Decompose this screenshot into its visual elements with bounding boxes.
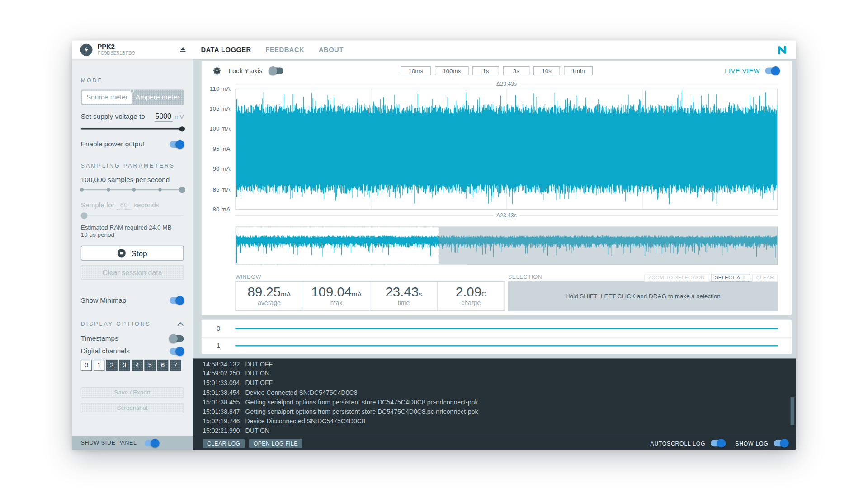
nordic-logo-icon [776, 43, 789, 56]
device-name: PPK2 [98, 43, 135, 50]
timestamps-row: Timestamps [81, 335, 184, 343]
device-serial: FC9D3E51BFD9 [98, 51, 135, 56]
stat-average: 89.25mA average [236, 282, 303, 310]
display-options-heading: DISPLAY OPTIONS [81, 321, 151, 327]
channel-5-button[interactable]: 5 [145, 360, 156, 371]
device-selector[interactable]: PPK2 FC9D3E51BFD9 [72, 43, 193, 56]
time-button-1min[interactable]: 1min [564, 66, 592, 75]
channel-6-button[interactable]: 6 [157, 360, 168, 371]
time-button-100ms[interactable]: 100ms [435, 66, 469, 75]
period-note: 10 us period [81, 231, 184, 239]
zoom-to-selection-button[interactable]: ZOOM TO SELECTION [644, 274, 708, 282]
mode-option-source-meter[interactable]: Source meter [82, 91, 132, 104]
minimap[interactable] [235, 226, 778, 265]
tab-data-logger[interactable]: DATA LOGGER [201, 46, 251, 53]
body: MODE Source meter Ampere meter Set suppl… [72, 59, 796, 436]
select-all-button[interactable]: SELECT ALL [711, 274, 750, 282]
sample-duration-row: Sample for 60 seconds [81, 200, 184, 210]
time-button-1s[interactable]: 1s [472, 66, 499, 75]
mode-segmented-control: Source meter Ampere meter [81, 89, 184, 105]
slider-knob[interactable] [81, 212, 88, 219]
sample-duration-slider[interactable] [81, 215, 184, 216]
channel-1-button[interactable]: 1 [94, 360, 104, 371]
delta-span-bottom: Δ23.43s [235, 212, 778, 218]
ram-note: Estimated RAM required 24.0 MB [81, 224, 184, 231]
power-output-label: Enable power output [81, 141, 144, 148]
minimap-window-region[interactable] [236, 227, 439, 264]
digital-channels-label: Digital channels [81, 347, 130, 355]
sample-duration-input[interactable]: 60 [117, 202, 131, 210]
time-button-3s[interactable]: 3s [503, 66, 530, 75]
supply-voltage-slider[interactable] [81, 128, 184, 129]
main-chart[interactable] [235, 89, 778, 210]
live-view-toggle[interactable] [765, 67, 779, 74]
header-bar: PPK2 FC9D3E51BFD9 DATA LOGGER FEEDBACK A… [72, 40, 796, 58]
y-tick: 100 mA [209, 126, 230, 131]
autoscroll-log-toggle[interactable] [711, 440, 725, 446]
show-minimap-row: Show Minimap [81, 296, 184, 304]
page: PPK2 FC9D3E51BFD9 DATA LOGGER FEEDBACK A… [0, 0, 868, 488]
open-log-file-button[interactable]: OPEN LOG FILE [249, 438, 302, 448]
show-side-panel-label: SHOW SIDE PANEL [81, 440, 137, 446]
y-tick: 85 mA [212, 187, 230, 192]
clear-log-button[interactable]: CLEAR LOG [203, 438, 245, 448]
channel-4-button[interactable]: 4 [132, 360, 142, 371]
lock-y-axis-toggle[interactable] [269, 67, 283, 74]
chevron-up-icon [177, 322, 184, 326]
channel-7-button[interactable]: 7 [170, 360, 181, 371]
digital-channels-toggle[interactable] [170, 348, 184, 355]
gear-icon[interactable] [212, 66, 222, 75]
slider-knob[interactable] [179, 187, 186, 193]
show-side-panel-toggle[interactable] [145, 440, 159, 446]
channel-selector: 0 1 2 3 4 5 6 7 [81, 360, 184, 371]
y-tick: 80 mA [212, 206, 230, 212]
side-panel: MODE Source meter Ampere meter Set suppl… [72, 59, 193, 436]
supply-voltage-input[interactable]: 5000 [154, 113, 172, 122]
y-tick: 90 mA [212, 166, 230, 172]
sample-rate-slider[interactable] [81, 189, 184, 190]
display-options-header[interactable]: DISPLAY OPTIONS [81, 321, 184, 327]
eject-device-button[interactable] [179, 46, 187, 53]
show-log-toggle[interactable] [774, 440, 788, 446]
time-button-10s[interactable]: 10s [533, 66, 560, 75]
y-tick: 105 mA [209, 106, 230, 112]
main-chart-canvas[interactable] [236, 89, 778, 209]
log-line: 15:01:38.847Getting serialport options f… [203, 407, 796, 417]
delta-bottom-label: Δ23.43s [496, 212, 517, 218]
mode-option-ampere-meter[interactable]: Ampere meter [132, 91, 183, 104]
timestamps-toggle[interactable] [170, 335, 184, 342]
channel-3-button[interactable]: 3 [119, 360, 130, 371]
power-output-toggle[interactable] [170, 141, 184, 148]
main-area: Lock Y-axis 10ms 100ms 1s 3s 10s 1min LI… [193, 59, 796, 436]
delta-span-top: Δ23.43s [235, 81, 778, 87]
time-button-10ms[interactable]: 10ms [401, 66, 431, 75]
log-line: 15:01:38.455Getting serialport options f… [203, 398, 796, 407]
channel-2-button[interactable]: 2 [106, 360, 117, 371]
digital-channel-row-1: 1 [202, 337, 792, 354]
selection-hint-box[interactable]: Hold SHIFT+LEFT CLICK and DRAG to make a… [508, 281, 778, 311]
log-scrollbar[interactable] [791, 397, 795, 425]
clear-session-button[interactable]: Clear session data [81, 265, 184, 280]
stop-icon [118, 249, 126, 257]
stop-button[interactable]: Stop [81, 246, 184, 261]
nav-tabs: DATA LOGGER FEEDBACK ABOUT [201, 46, 343, 53]
channel-0-button[interactable]: 0 [81, 360, 92, 371]
sample-rate-label: 100,000 samples per second [81, 176, 184, 183]
delta-top-label: Δ23.43s [496, 81, 517, 87]
save-export-button[interactable]: Save / Export [81, 387, 184, 398]
screenshot-button[interactable]: Screenshot [81, 403, 184, 413]
slider-knob[interactable] [179, 126, 185, 131]
chart-card: Lock Y-axis 10ms 100ms 1s 3s 10s 1min LI… [202, 61, 792, 315]
digital-channel-label: 1 [202, 342, 236, 350]
log-line: 14:58:34.132DUT OFF [203, 360, 796, 369]
timestamps-label: Timestamps [81, 335, 118, 343]
side-panel-footer: SHOW SIDE PANEL [72, 436, 193, 450]
tab-feedback[interactable]: FEEDBACK [266, 46, 305, 53]
tab-about[interactable]: ABOUT [319, 46, 344, 53]
clear-selection-button[interactable]: CLEAR [752, 274, 778, 282]
sampling-heading: SAMPLING PARAMETERS [81, 163, 184, 169]
stat-charge: 2.09C charge [438, 282, 505, 310]
supply-voltage-label: Set supply voltage to [81, 113, 145, 121]
show-minimap-toggle[interactable] [170, 297, 184, 304]
minimap-overlay[interactable] [439, 227, 777, 264]
